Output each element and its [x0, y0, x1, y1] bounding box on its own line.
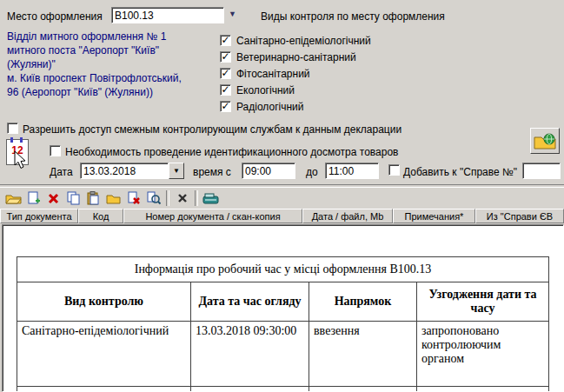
scan-button[interactable] [201, 189, 221, 208]
place-dropdown-icon[interactable]: ▼ [229, 10, 236, 18]
open-case-folder-button[interactable] [530, 128, 560, 154]
checkbox-ecological-label: Екологічний [236, 84, 295, 96]
checkbox-phytosanitary-label: Фітосанітарний [236, 68, 310, 80]
folder-globe-icon [534, 132, 556, 149]
header-control-type: Вид контролю [17, 282, 191, 322]
remove-document-icon [127, 191, 141, 205]
checkbox-veterinary-label: Ветеринарно-санітарний [236, 51, 356, 63]
header-inspection-datetime: Дата та час огляду [191, 282, 309, 322]
check-icon: ✓ [221, 102, 229, 110]
copy-button[interactable] [63, 189, 83, 208]
time-from-input[interactable] [242, 163, 295, 179]
place-input[interactable] [111, 7, 224, 23]
checkbox-veterinary[interactable]: ✓ [220, 51, 231, 63]
add-to-case-label: Добавить к "Справе №" [403, 166, 517, 178]
cell-agreement [417, 387, 549, 392]
checkbox-ecological[interactable]: ✓ [220, 84, 231, 96]
time-to-label: до [306, 166, 318, 178]
paste-button[interactable] [83, 189, 103, 208]
checkbox-sanitary[interactable]: ✓ [220, 35, 231, 46]
checkbox-add-to-case[interactable] [388, 164, 400, 176]
insert-button[interactable] [23, 189, 43, 208]
cell-control-type: Санітарно-епідеміологічний [17, 322, 191, 387]
mouse-cursor-icon [14, 150, 28, 170]
table-row[interactable]: Ветеринарно-санітарний 13.03.2018 09:30:… [17, 387, 549, 392]
case-number-input[interactable] [522, 163, 561, 179]
date-combobox[interactable]: 13.03.2018 ▼ [80, 163, 184, 179]
cell-direction: ввезення [309, 322, 417, 387]
column-from-case[interactable]: Из "Справи ЄВ [475, 209, 564, 223]
table-title: Інформація про робочий час у місці оформ… [17, 257, 549, 282]
open-button[interactable] [3, 189, 23, 208]
working-hours-table: Інформація про робочий час у місці оформ… [17, 256, 549, 392]
controls-title: Виды контроля по месту оформления [261, 10, 445, 23]
time-from-label: время с [193, 166, 231, 178]
cell-inspection-datetime: 13.03.2018 09:30:00 [191, 322, 309, 387]
red-x-icon [48, 193, 59, 204]
office-info: Відділ митного оформлення № 1 митного по… [7, 30, 217, 99]
folder-icon [106, 193, 121, 204]
date-dropdown-button[interactable]: ▼ [169, 163, 184, 179]
check-icon: ✓ [221, 85, 229, 94]
separator [0, 184, 564, 188]
checkbox-access-label: Разрешить доступ смежным контролирующим … [23, 123, 401, 136]
header-agreement: Узгодження дати та часу [417, 282, 549, 322]
documents-area: Інформація про робочий час у місці оформ… [2, 224, 564, 392]
table-title-row: Інформація про робочий час у місці оформ… [17, 257, 549, 282]
chevron-down-icon: ▼ [173, 167, 180, 175]
paste-icon [87, 191, 100, 205]
check-icon: ✓ [221, 52, 229, 61]
insert-document-icon [27, 191, 41, 205]
close-button[interactable] [172, 189, 192, 208]
check-icon: ✓ [221, 36, 229, 44]
folder-button[interactable] [103, 189, 123, 208]
open-folder-icon [5, 192, 22, 204]
search-button[interactable] [143, 189, 163, 208]
table-header-row: Вид контролю Дата та час огляду Напрямок… [17, 282, 549, 322]
cell-agreement: запропоновано контролюючим органом [417, 322, 549, 387]
search-icon [147, 191, 161, 205]
checkbox-sanitary-label: Санітарно-епідеміологічний [236, 35, 371, 47]
column-code[interactable]: Код [78, 209, 123, 223]
scanner-icon [202, 193, 219, 204]
cell-inspection-datetime: 13.03.2018 09:30:00 [191, 387, 309, 392]
toolbar-separator [166, 190, 169, 206]
place-label: Место оформления [7, 10, 103, 23]
checkbox-radiological[interactable]: ✓ [220, 101, 231, 112]
column-date-file[interactable]: Дата / файл, Mb [302, 209, 393, 223]
checkbox-phytosanitary[interactable]: ✓ [220, 68, 231, 79]
column-doc-number[interactable]: Номер документа / скан-копия [123, 209, 302, 223]
checkbox-access[interactable] [7, 123, 18, 134]
close-icon [177, 193, 188, 203]
header-direction: Напрямок [309, 282, 417, 322]
table-row[interactable]: Санітарно-епідеміологічний 13.03.2018 09… [17, 322, 549, 387]
checkbox-radiological-label: Радіологічний [236, 101, 304, 113]
calendar-rings [10, 137, 23, 143]
date-value[interactable]: 13.03.2018 [80, 163, 169, 179]
column-doc-type[interactable]: Тип документа [0, 209, 78, 223]
check-icon: ✓ [221, 69, 229, 77]
date-label: Дата [50, 166, 73, 178]
copy-icon [67, 191, 81, 205]
document-table-header: Тип документа Код Номер документа / скан… [0, 209, 564, 223]
cell-direction: ввезення [309, 387, 417, 392]
cell-control-type: Ветеринарно-санітарний [17, 387, 191, 392]
column-notes[interactable]: Примечания* [393, 209, 475, 223]
remove-button[interactable] [123, 189, 143, 208]
checkbox-inspection-label: Необходимость проведение идентификационн… [65, 146, 398, 158]
documents-toolbar [3, 189, 221, 208]
checkbox-inspection[interactable] [50, 145, 61, 156]
time-to-input[interactable] [325, 163, 379, 179]
toolbar-separator [195, 190, 198, 206]
delete-button[interactable] [43, 189, 63, 208]
customs-clearance-panel: Место оформления ▼ Виды контроля по мест… [0, 0, 564, 392]
